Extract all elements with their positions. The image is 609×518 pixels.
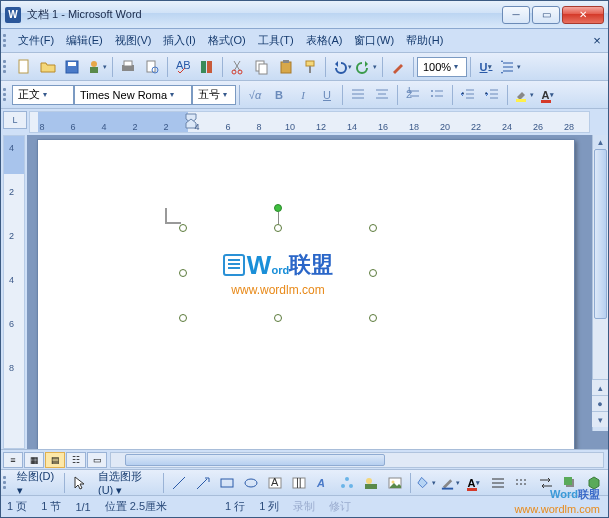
align-center-button[interactable] [371, 84, 393, 106]
ruler-corner[interactable]: L [3, 111, 27, 129]
decrease-indent-button[interactable] [457, 84, 479, 106]
grip-icon[interactable] [3, 86, 9, 104]
menu-edit[interactable]: 编辑(E) [60, 31, 109, 50]
clipart-button[interactable] [360, 472, 382, 494]
font-color-button[interactable]: A▾ [537, 84, 559, 106]
wordart-button[interactable]: A [312, 472, 334, 494]
menubar-close-icon[interactable]: × [588, 32, 606, 50]
menu-table[interactable]: 表格(A) [300, 31, 349, 50]
open-button[interactable] [37, 56, 59, 78]
copy-button[interactable] [251, 56, 273, 78]
status-rev[interactable]: 修订 [329, 499, 351, 514]
scroll-up-button[interactable]: ▲ [593, 135, 608, 149]
select-objects-button[interactable] [69, 472, 91, 494]
bullet-list-button[interactable] [426, 84, 448, 106]
page-viewport[interactable]: Word联盟 www.wordlm.com ▲ ▼ ▴ ● ▾ [27, 135, 608, 449]
page[interactable]: Word联盟 www.wordlm.com [37, 139, 575, 449]
menu-file[interactable]: 文件(F) [12, 31, 60, 50]
paste-button[interactable] [275, 56, 297, 78]
new-doc-button[interactable] [13, 56, 35, 78]
bold-button[interactable]: B [268, 84, 290, 106]
print-button[interactable] [117, 56, 139, 78]
print-preview-button[interactable] [141, 56, 163, 78]
research-button[interactable] [196, 56, 218, 78]
spellcheck-button[interactable]: ABC [172, 56, 194, 78]
zoom-dropdown[interactable]: 100%▾ [417, 57, 467, 77]
shadow-button[interactable] [559, 472, 581, 494]
diagram-button[interactable] [336, 472, 358, 494]
menu-tools[interactable]: 工具(T) [252, 31, 300, 50]
vertical-textbox-button[interactable]: || [288, 472, 310, 494]
grip-icon[interactable] [3, 58, 9, 76]
italic-button[interactable]: I [292, 84, 314, 106]
align-distribute-button[interactable] [347, 84, 369, 106]
line-style-button[interactable] [487, 472, 509, 494]
underline-button[interactable]: U▾ [475, 56, 497, 78]
minimize-button[interactable]: ─ [502, 6, 530, 24]
autoshapes-menu[interactable]: 自选图形(U) ▾ [92, 467, 160, 499]
svg-rect-41 [442, 487, 453, 489]
outline-view-button[interactable]: ☷ [66, 452, 86, 468]
select-browse-button[interactable]: ● [592, 395, 608, 411]
cut-button[interactable] [227, 56, 249, 78]
permission-button[interactable]: ▾ [85, 56, 108, 78]
grip-icon[interactable] [3, 474, 8, 492]
selected-image-object[interactable]: Word联盟 www.wordlm.com [183, 228, 373, 318]
font-size-dropdown[interactable]: 五号▾ [192, 85, 236, 105]
save-button[interactable] [61, 56, 83, 78]
increase-indent-button[interactable] [481, 84, 503, 106]
svg-rect-15 [259, 64, 267, 74]
font-color-draw-button[interactable]: A▾ [463, 472, 485, 494]
3d-button[interactable] [583, 472, 605, 494]
next-page-button[interactable]: ▾ [592, 411, 608, 427]
rotation-handle[interactable] [274, 204, 282, 212]
font-value: Times New Roma [80, 89, 167, 101]
numbered-list-button[interactable]: 12 [402, 84, 424, 106]
print-view-button[interactable]: ▤ [45, 452, 65, 468]
font-dropdown[interactable]: Times New Roma▾ [74, 85, 192, 105]
horizontal-scrollbar[interactable] [110, 452, 604, 468]
rectangle-button[interactable] [216, 472, 238, 494]
status-section: 1 节 [41, 499, 61, 514]
line-spacing-button[interactable]: ▾ [499, 56, 522, 78]
arrow-style-button[interactable] [535, 472, 557, 494]
menu-help[interactable]: 帮助(H) [400, 31, 449, 50]
maximize-button[interactable]: ▭ [532, 6, 560, 24]
draw-menu[interactable]: 绘图(D) ▾ [11, 467, 61, 499]
menu-window[interactable]: 窗口(W) [348, 31, 400, 50]
menu-view[interactable]: 视图(V) [109, 31, 158, 50]
svg-line-25 [173, 477, 185, 489]
grip-icon[interactable] [3, 32, 9, 50]
redo-button[interactable]: ▾ [355, 56, 378, 78]
underline2-button[interactable]: U [316, 84, 338, 106]
menu-format[interactable]: 格式(O) [202, 31, 252, 50]
reading-view-button[interactable]: ▭ [87, 452, 107, 468]
line-button[interactable] [168, 472, 190, 494]
format-painter-button[interactable] [299, 56, 321, 78]
svg-text:2: 2 [406, 88, 412, 100]
undo-button[interactable]: ▾ [330, 56, 353, 78]
insert-picture-button[interactable] [384, 472, 406, 494]
window-title: 文档 1 - Microsoft Word [27, 7, 502, 22]
ink-button[interactable] [387, 56, 409, 78]
normal-view-button[interactable]: ≡ [3, 452, 23, 468]
status-rec[interactable]: 录制 [293, 499, 315, 514]
equation-button[interactable]: √α [244, 84, 266, 106]
scroll-thumb[interactable] [125, 454, 385, 466]
close-button[interactable]: ✕ [562, 6, 604, 24]
menu-insert[interactable]: 插入(I) [157, 31, 201, 50]
dash-style-button[interactable] [511, 472, 533, 494]
ruler-horizontal[interactable]: 8642246810121416182022242628 [29, 111, 590, 133]
oval-button[interactable] [240, 472, 262, 494]
line-color-button[interactable]: ▾ [439, 472, 461, 494]
style-dropdown[interactable]: 正文▾ [12, 85, 74, 105]
prev-page-button[interactable]: ▴ [592, 379, 608, 395]
textbox-button[interactable]: A [264, 472, 286, 494]
web-view-button[interactable]: ▦ [24, 452, 44, 468]
scroll-thumb[interactable] [594, 149, 607, 319]
fill-color-button[interactable]: ▾ [415, 472, 437, 494]
svg-rect-16 [281, 62, 291, 73]
arrow-button[interactable] [192, 472, 214, 494]
ruler-vertical[interactable]: 422468 [3, 135, 25, 449]
highlight-button[interactable]: ▾ [512, 84, 535, 106]
